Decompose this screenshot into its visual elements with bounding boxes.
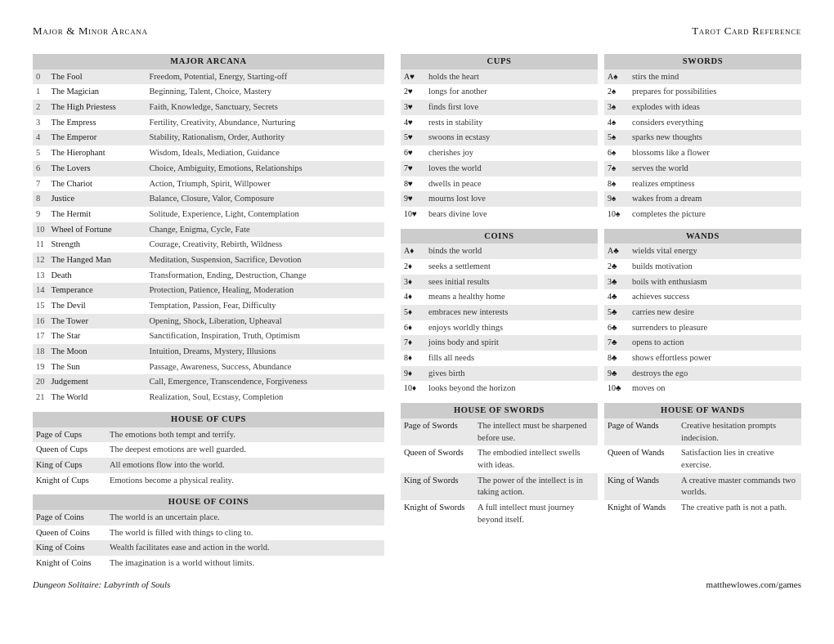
card-name: The World xyxy=(48,390,146,405)
wands-header: WANDS xyxy=(604,229,801,244)
card-number: 20 xyxy=(33,374,48,390)
card-suit: 2♠ xyxy=(604,84,629,100)
card-suit: 4♣ xyxy=(604,289,629,305)
card-suit: 4♠ xyxy=(604,115,629,131)
major-arcana-title: MAJOR ARCANA xyxy=(33,54,384,69)
house-coins-title: HOUSE OF COINS xyxy=(33,494,384,510)
card-name: The Tower xyxy=(48,314,146,329)
card-suit: 6♥ xyxy=(401,145,425,161)
card-suit: 3♦ xyxy=(401,275,425,290)
suit-row: A♠stirs the mind xyxy=(604,69,801,85)
house-card-desc: Emotions become a physical reality. xyxy=(106,473,384,489)
header-left: Major & Minor Arcana xyxy=(33,25,148,38)
major-arcana-row: 5The HierophantWisdom, Ideals, Mediation… xyxy=(33,145,384,161)
house-card-name: Knight of Cups xyxy=(33,473,106,489)
house-cups-table: HOUSE OF CUPS xyxy=(33,412,384,427)
card-name: The Hanged Man xyxy=(48,253,146,268)
card-meaning: opens to action xyxy=(629,335,801,351)
card-suit: A♥ xyxy=(401,69,425,85)
card-desc: Meditation, Suspension, Sacrifice, Devot… xyxy=(146,253,385,268)
card-suit: 5♦ xyxy=(401,305,425,320)
suit-row: 3♥finds first love xyxy=(401,100,598,115)
suit-row: 4♠considers everything xyxy=(604,115,801,131)
card-meaning: surrenders to pleasure xyxy=(629,320,801,336)
card-suit: 2♦ xyxy=(401,259,425,275)
card-name: The Chariot xyxy=(48,177,146,192)
suit-row: 4♣achieves success xyxy=(604,289,801,305)
card-desc: Wisdom, Ideals, Mediation, Guidance xyxy=(146,145,385,161)
suit-row: 10♥bears divine love xyxy=(401,207,598,222)
card-meaning: seeks a settlement xyxy=(425,259,598,275)
card-name: The Lovers xyxy=(48,161,146,177)
card-meaning: blossoms like a flower xyxy=(629,145,801,161)
card-suit: 4♥ xyxy=(401,115,425,131)
house-row: King of WandsA creative master commands … xyxy=(604,473,801,500)
major-arcana-row: 11StrengthCourage, Creativity, Rebirth, … xyxy=(33,237,384,253)
card-number: 6 xyxy=(33,161,48,177)
major-arcana-row: 4The EmperorStability, Rationalism, Orde… xyxy=(33,130,384,145)
cups-swords-section: CUPS A♥holds the heart2♥longs for anothe… xyxy=(401,54,801,222)
cups-table: CUPS xyxy=(401,54,598,69)
card-desc: Change, Enigma, Cycle, Fate xyxy=(146,222,385,238)
swords-section: SWORDS A♠stirs the mind2♠prepares for po… xyxy=(604,54,801,222)
card-number: 2 xyxy=(33,100,48,115)
house-coins-table: HOUSE OF COINS xyxy=(33,494,384,510)
coins-header: COINS xyxy=(401,229,598,244)
suit-row: 5♦embraces new interests xyxy=(401,305,598,320)
major-arcana-row: 9The HermitSolitude, Experience, Light, … xyxy=(33,207,384,222)
house-card-desc: A creative master commands two worlds. xyxy=(678,473,801,500)
house-card-desc: A full intellect must journey beyond its… xyxy=(474,500,598,527)
card-desc: Sanctification, Inspiration, Truth, Opti… xyxy=(146,329,385,344)
suit-row: 9♦gives birth xyxy=(401,366,598,382)
card-suit: 5♠ xyxy=(604,130,629,145)
card-suit: 6♣ xyxy=(604,320,629,336)
card-number: 17 xyxy=(33,329,48,344)
card-number: 8 xyxy=(33,191,48,207)
card-suit: 2♥ xyxy=(401,84,425,100)
house-row: Page of CoinsThe world is an uncertain p… xyxy=(33,510,384,525)
suit-row: 8♦fills all needs xyxy=(401,351,598,366)
house-card-desc: All emotions flow into the world. xyxy=(106,458,384,473)
card-number: 3 xyxy=(33,115,48,131)
wands-section: WANDS A♣wields vital energy2♣builds moti… xyxy=(604,229,801,397)
card-desc: Courage, Creativity, Rebirth, Wildness xyxy=(146,237,385,253)
cups-header: CUPS xyxy=(401,54,598,69)
major-arcana-row: 10Wheel of FortuneChange, Enigma, Cycle,… xyxy=(33,222,384,238)
suit-row: 7♦joins body and spirit xyxy=(401,335,598,351)
card-meaning: considers everything xyxy=(629,115,801,131)
house-wands-table: HOUSE OF WANDS xyxy=(604,403,801,418)
major-arcana-row: 16The TowerOpening, Shock, Liberation, U… xyxy=(33,314,384,329)
house-card-name: Page of Coins xyxy=(33,510,106,525)
right-column: CUPS A♥holds the heart2♥longs for anothe… xyxy=(401,54,801,571)
suit-row: 3♣boils with enthusiasm xyxy=(604,275,801,290)
house-card-name: Knight of Swords xyxy=(401,500,474,527)
house-card-desc: The power of the intellect is in taking … xyxy=(474,473,598,500)
card-name: The High Priestess xyxy=(48,100,146,115)
house-card-desc: The intellect must be sharpened before u… xyxy=(474,418,598,445)
major-arcana-header: MAJOR ARCANA xyxy=(33,54,384,69)
card-suit: 9♠ xyxy=(604,191,629,207)
card-suit: 3♥ xyxy=(401,100,425,115)
card-desc: Stability, Rationalism, Order, Authority xyxy=(146,130,385,145)
house-card-name: King of Cups xyxy=(33,458,106,473)
house-card-name: King of Coins xyxy=(33,540,106,556)
card-name: The Moon xyxy=(48,344,146,360)
card-number: 14 xyxy=(33,283,48,298)
main-content: MAJOR ARCANA 0The FoolFreedom, Potential… xyxy=(33,54,801,571)
suit-row: 7♠serves the world xyxy=(604,161,801,177)
card-name: Wheel of Fortune xyxy=(48,222,146,238)
card-name: Strength xyxy=(48,237,146,253)
house-swords-wands-section: HOUSE OF SWORDS Page of SwordsThe intell… xyxy=(401,403,801,527)
card-meaning: prepares for possibilities xyxy=(629,84,801,100)
major-arcana-row: 7The ChariotAction, Triumph, Spirit, Wil… xyxy=(33,177,384,192)
card-suit: 3♣ xyxy=(604,275,629,290)
footer-left: Dungeon Solitaire: Labyrinth of Souls xyxy=(33,579,170,589)
card-suit: 6♦ xyxy=(401,320,425,336)
house-coins-header: HOUSE OF COINS xyxy=(33,494,384,510)
card-suit: 6♠ xyxy=(604,145,629,161)
card-suit: 8♣ xyxy=(604,351,629,366)
card-desc: Passage, Awareness, Success, Abundance xyxy=(146,360,385,375)
suit-row: 2♣builds motivation xyxy=(604,259,801,275)
card-meaning: boils with enthusiasm xyxy=(629,275,801,290)
suit-row: 10♣moves on xyxy=(604,381,801,396)
